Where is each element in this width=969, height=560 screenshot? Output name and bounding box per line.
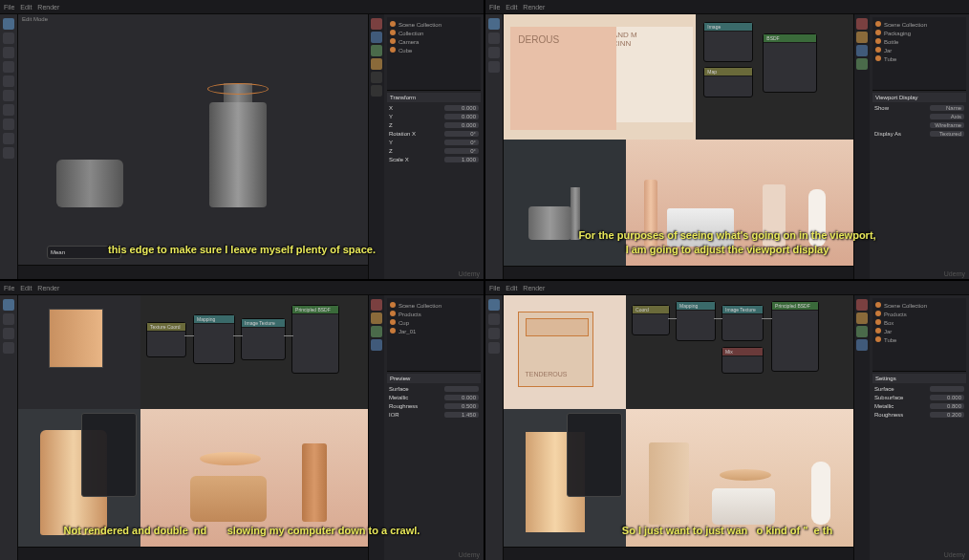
toolbar: [0, 14, 18, 279]
tab-object[interactable]: [856, 32, 868, 43]
n-panel[interactable]: [81, 413, 137, 497]
outliner[interactable]: Scene Collection Packaging Bottle Jar Tu…: [872, 17, 966, 91]
node-mapping[interactable]: Mapping: [193, 314, 235, 364]
watermark: Udemy: [459, 270, 480, 277]
mesh-jar[interactable]: [56, 160, 123, 207]
viewport-3d[interactable]: [504, 409, 626, 546]
subtitle: For the purposes of seeing what's going …: [578, 228, 875, 256]
tool-cursor[interactable]: [3, 32, 14, 44]
tool-extrude[interactable]: [3, 90, 14, 101]
node-texcoord[interactable]: Coord: [632, 305, 670, 335]
tab-modifier[interactable]: [371, 72, 382, 83]
tool-scale[interactable]: [3, 75, 14, 87]
tool-scale[interactable]: [488, 342, 500, 354]
tab-texture[interactable]: [371, 339, 382, 351]
outliner-item: Cube: [390, 46, 478, 54]
pane-tl: File Edit Render Edit Mode Mean: [0, 0, 484, 279]
node-image[interactable]: Image Texture: [721, 305, 764, 341]
timeline[interactable]: [504, 266, 853, 279]
tab-render[interactable]: [856, 299, 868, 311]
tool-scale[interactable]: [3, 342, 14, 354]
watermark: Udemy: [459, 551, 480, 558]
timeline[interactable]: [504, 547, 853, 560]
node-bsdf[interactable]: BSDF: [763, 33, 817, 93]
tab-material[interactable]: [371, 326, 382, 337]
uv-selection: [526, 318, 590, 336]
menu-render[interactable]: Render: [523, 4, 545, 11]
uv-editor[interactable]: AND M CINN DEROUS Image Map BSDF: [504, 14, 853, 140]
menubar[interactable]: File Edit Render: [0, 281, 484, 295]
tab-material[interactable]: [856, 326, 868, 337]
tool-inset[interactable]: [3, 104, 14, 116]
menubar[interactable]: File Edit Render: [485, 281, 969, 295]
tool-rotate[interactable]: [488, 47, 500, 58]
tool-select[interactable]: [3, 299, 14, 311]
outliner[interactable]: Scene Collection Products Box Jar Tube: [872, 298, 966, 372]
uv-editor[interactable]: TENDEROUS: [504, 295, 626, 409]
node-bsdf[interactable]: Principled BSDF: [771, 301, 819, 372]
node-bsdf[interactable]: Principled BSDF: [291, 305, 339, 374]
node-mapping[interactable]: Mapping: [676, 301, 716, 341]
n-panel[interactable]: [567, 413, 622, 497]
menubar[interactable]: File Edit Render: [0, 0, 484, 14]
tab-object[interactable]: [856, 312, 868, 324]
menu-file[interactable]: File: [4, 4, 14, 11]
edge-selection[interactable]: [207, 83, 269, 95]
node-texcoord[interactable]: Texture Coord: [146, 322, 186, 357]
tool-select[interactable]: [488, 299, 500, 311]
section-header[interactable]: Viewport Display: [872, 93, 966, 102]
tool-move[interactable]: [488, 32, 500, 44]
tool-move[interactable]: [3, 47, 14, 58]
timeline[interactable]: [18, 547, 368, 560]
menu-edit[interactable]: Edit: [506, 4, 517, 11]
tab-modifier[interactable]: [856, 45, 868, 56]
node-mix[interactable]: Mix: [721, 347, 764, 374]
tab-scene[interactable]: [371, 45, 382, 56]
section-header[interactable]: Preview: [387, 374, 481, 383]
tool-rotate[interactable]: [3, 61, 14, 73]
outliner[interactable]: Scene Collection Collection Camera Cube: [387, 17, 481, 91]
node-image[interactable]: Image Texture: [241, 318, 286, 360]
outliner-item: Collection: [390, 29, 478, 37]
tool-select[interactable]: [3, 18, 14, 30]
menu-edit[interactable]: Edit: [20, 4, 32, 11]
tab-render[interactable]: [371, 18, 382, 30]
mesh-jar: [528, 206, 571, 240]
menu-render[interactable]: Render: [37, 4, 59, 11]
section-header[interactable]: Transform: [387, 93, 481, 102]
node-editor[interactable]: Texture Coord Mapping Image Texture Prin…: [140, 295, 368, 409]
section-header[interactable]: Settings: [872, 374, 966, 383]
outliner[interactable]: Scene Collection Products Cup Jar_01: [387, 298, 481, 372]
node-image[interactable]: Image: [703, 22, 753, 62]
tab-material[interactable]: [856, 58, 868, 70]
timeline[interactable]: [18, 265, 368, 279]
tool-rotate[interactable]: [3, 328, 14, 339]
props-tabs: [369, 295, 384, 560]
tab-render[interactable]: [371, 299, 382, 311]
uv-editor[interactable]: [18, 295, 140, 409]
tool-bevel[interactable]: [3, 118, 14, 130]
tab-render[interactable]: [856, 18, 868, 30]
tab-output[interactable]: [371, 32, 382, 43]
texture-brand: TENDEROUS: [526, 371, 568, 377]
tool-move[interactable]: [3, 313, 14, 325]
tool-scale[interactable]: [488, 61, 500, 73]
menu-file[interactable]: File: [489, 4, 500, 11]
mesh-cylinder[interactable]: [209, 102, 267, 207]
texture-preview[interactable]: [49, 309, 103, 368]
tool-rotate[interactable]: [488, 328, 500, 339]
tool-move[interactable]: [488, 313, 500, 325]
tab-object[interactable]: [371, 312, 382, 324]
viewport-3d[interactable]: Edit Mode Mean: [18, 14, 368, 265]
tab-texture[interactable]: [856, 339, 868, 351]
tab-object[interactable]: [371, 58, 382, 70]
tool-select[interactable]: [488, 18, 500, 30]
tool-loop[interactable]: [3, 133, 14, 144]
menubar[interactable]: File Edit Render: [485, 0, 969, 14]
mode-indicator: Edit Mode: [22, 16, 48, 22]
props-panel: Scene Collection Products Box Jar Tube S…: [870, 295, 969, 560]
node-editor[interactable]: Coord Mapping Image Texture Mix Principl…: [626, 295, 853, 409]
tool-knife[interactable]: [3, 147, 14, 159]
tab-material[interactable]: [371, 85, 382, 97]
node-mapping[interactable]: Map: [703, 67, 753, 97]
